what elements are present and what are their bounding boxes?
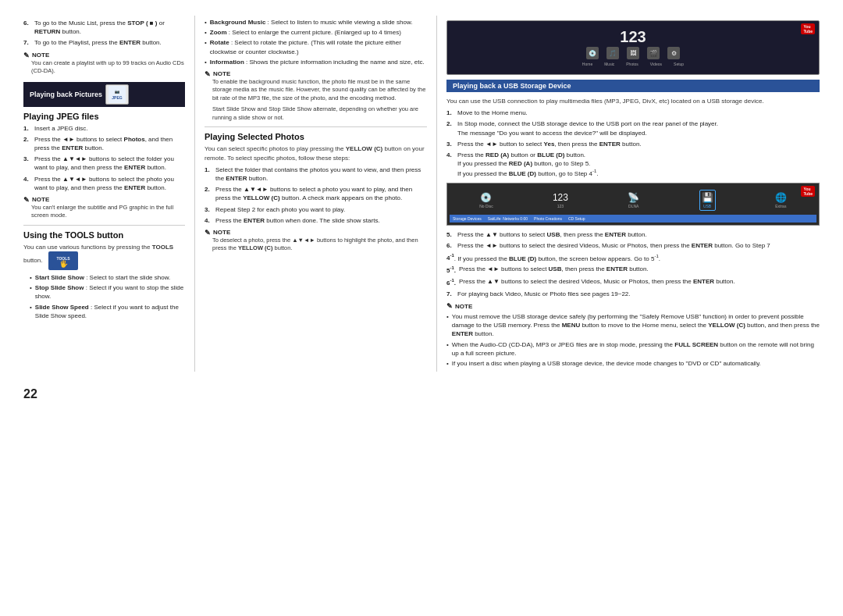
jpeg-step-4: 4. Press the ▲▼◄► buttons to select the … [23, 175, 185, 192]
note-text: You can't enlarge the subtitle and PG gr… [31, 204, 185, 220]
usb-step-4: 4. Press the RED (A) button or BLUE (D) … [446, 151, 820, 178]
jpeg-icon-svg: 📷 JPEG [108, 86, 126, 103]
selected-photos-subtitle: Playing Selected Photos [205, 132, 427, 141]
screen1-icons-row: 💿 🎵 🖼 🎬 ⚙ [586, 47, 680, 59]
extras-icon: 🌐 [775, 192, 787, 203]
selected-photos-steps: 1. Select the folder that contains the p… [205, 166, 427, 225]
step-text: To go to the Music List, press the STOP … [34, 19, 185, 36]
screen1-icon-2: 🎵 [606, 47, 619, 59]
screen1-icon-4: 🎬 [647, 47, 660, 59]
disc-icon: 💿 [480, 192, 492, 203]
usb-step-7: 7. For playing back Video, Music or Phot… [446, 290, 820, 298]
usb-number-icon: 123 [553, 192, 568, 203]
tools-intro: You can use various functions by pressin… [23, 243, 185, 270]
svg-text:📷: 📷 [115, 89, 120, 94]
usb-header: Playing back a USB Storage Device [446, 80, 820, 92]
usb-step-6-1: 6‑1. Press the ▲▼ buttons to select the … [446, 277, 820, 287]
youtube-badge: YouTube [801, 23, 815, 34]
mid-bullet-info: Information : Shows the picture informat… [205, 58, 427, 66]
usb-steps-mid: 5. Press the ▲▼ buttons to select USB, t… [446, 230, 820, 250]
selected-photos-intro: You can select specific photos to play p… [205, 144, 427, 162]
sel-step-4: 4. Press the ENTER button when done. The… [205, 216, 427, 225]
note-text: You can create a playlist with up to 99 … [31, 59, 185, 76]
usb-note-bullets: You must remove the USB storage device s… [446, 312, 820, 368]
usb-note-1: You must remove the USB storage device s… [446, 312, 820, 339]
mid-bullet-rotate: Rotate : Select to rotate the picture. (… [205, 38, 427, 55]
youtube-badge2: YouTube [801, 186, 815, 197]
screen2-icons: 💿 No Disc 123 123 📡 DLNA 💾 USB [450, 186, 816, 215]
usb-step-2: 2. In Stop mode, connect the USB storage… [446, 119, 820, 137]
svg-text:JPEG: JPEG [112, 95, 122, 100]
jpeg-step-3: 3. Press the ▲▼◄► buttons to select the … [23, 155, 185, 172]
step-num: 7. [23, 38, 31, 47]
tools-bold: TOOLS [152, 244, 173, 251]
stop-bold: STOP ( ■ ) [127, 20, 157, 27]
mid-bullet-zoom: Zoom : Select to enlarge the current pic… [205, 28, 427, 37]
selected-note: NOTE To deselect a photo, press the ▲▼◄►… [205, 229, 427, 253]
usb-note-3: If you insert a disc when playing a USB … [446, 359, 820, 368]
note-label: NOTE [23, 52, 185, 59]
tools-badge: TOOLS 🖐 [48, 251, 78, 270]
step-num: 6. [23, 19, 31, 36]
tools-bullet-3: Slide Show Speed : Select if you want to… [30, 303, 185, 320]
pre-section: 6. To go to the Music List, press the ST… [23, 19, 185, 76]
screen2-bar: Storage Devices SatiLife: Networks 0:00 … [450, 215, 816, 223]
pre-step-7: 7. To go to the Playlist, press the ENTE… [23, 38, 185, 47]
divider [23, 225, 185, 226]
note-label: NOTE [205, 70, 427, 78]
usb-drive-icon: 💾 [702, 192, 713, 203]
usb-note: NOTE You must remove the USB storage dev… [446, 302, 820, 368]
mid-note: NOTE To enable the background music func… [205, 70, 427, 123]
page-number: 22 [23, 387, 820, 401]
note-label: NOTE [23, 196, 185, 204]
screen1-icon-5: ⚙ [667, 47, 680, 59]
usb-header-text: Playing back a USB Storage Device [453, 82, 571, 90]
jpeg-steps-list: 1. Insert a JPEG disc. 2. Press the ◄► b… [23, 124, 185, 192]
page-layout: 6. To go to the Music List, press the ST… [23, 16, 820, 401]
jpeg-step-1: 1. Insert a JPEG disc. [23, 124, 185, 133]
note-text: To enable the background music function,… [212, 78, 427, 103]
tools-icon-svg: TOOLS 🖐 [52, 253, 74, 269]
pre-step-6: 6. To go to the Music List, press the ST… [23, 19, 185, 36]
usb-screen-1: YouTube 123 💿 🎵 🖼 🎬 ⚙ Home Music Photos [446, 20, 820, 75]
usb-note-2: When the Audio-CD (CD-DA), MP3 or JPEG f… [446, 340, 820, 358]
section-header-text: Playing back Pictures [30, 91, 102, 98]
screen1-number: 123 [620, 29, 646, 45]
usb-step-5: 5. Press the ▲▼ buttons to select USB, t… [446, 230, 820, 239]
screen1-icon-3: 🖼 [627, 47, 639, 59]
usb-screen-2: YouTube 💿 No Disc 123 123 📡 DLNA [446, 183, 820, 226]
col-mid: Background Music : Select to listen to m… [195, 16, 437, 372]
mid-divider [205, 126, 427, 127]
screen1-icon-1: 💿 [586, 47, 599, 59]
col-right: YouTube 123 💿 🎵 🖼 🎬 ⚙ Home Music Photos [437, 16, 820, 372]
step-4-1-text: 4‑1. If you pressed the BLUE (D) button,… [446, 254, 820, 262]
sel-step-1: 1. Select the folder that contains the p… [205, 166, 427, 183]
svg-text:🖐: 🖐 [59, 259, 68, 269]
screen1-content: 123 💿 🎵 🖼 🎬 ⚙ Home Music Photos Videos S… [447, 29, 819, 66]
usb-step-6: 6. Press the ◄► buttons to select the de… [446, 241, 820, 250]
mid-bullet-bgmusic: Background Music : Select to listen to m… [205, 18, 427, 27]
return-bold: RETURN [34, 28, 60, 35]
note-label: NOTE [446, 302, 820, 310]
note-text2: Start Slide Show and Stop Slide Show alt… [212, 105, 427, 122]
usb-intro: You can use the USB connection to play m… [446, 97, 820, 105]
col-left: 6. To go to the Music List, press the ST… [23, 16, 195, 372]
pre-steps-list: 6. To go to the Music List, press the ST… [23, 19, 185, 48]
pre-note: NOTE You can create a playlist with up t… [23, 52, 185, 76]
enter-bold: ENTER [119, 39, 140, 46]
screen1-labels: Home Music Photos Videos Setup [466, 62, 800, 66]
tools-subtitle: Using the TOOLS button [23, 230, 185, 240]
mid-bullets: Background Music : Select to listen to m… [205, 18, 427, 66]
tools-bullet-2: Stop Slide Show : Select if you want to … [30, 283, 185, 301]
sel-step-2: 2. Press the ▲▼◄► buttons to select a ph… [205, 185, 427, 202]
tools-bullet-1: Start Slide Show : Select to start the s… [30, 273, 185, 282]
tools-bullets: Start Slide Show : Select to start the s… [30, 273, 185, 320]
usb-step-5-1: 5‑1. Press the ◄► buttons to select USB,… [446, 265, 820, 275]
usb-steps-final: 5‑1. Press the ◄► buttons to select USB,… [446, 265, 820, 298]
step-text: To go to the Playlist, press the ENTER b… [34, 38, 162, 47]
dlna-icon: 📡 [628, 192, 639, 203]
usb-step-3: 3. Press the ◄► button to select Yes, th… [446, 140, 820, 148]
top-area: 6. To go to the Music List, press the ST… [23, 16, 820, 372]
jpeg-subtitle: Playing JPEG files [23, 112, 185, 121]
usb-steps: 1. Move to the Home menu. 2. In Stop mod… [446, 109, 820, 178]
